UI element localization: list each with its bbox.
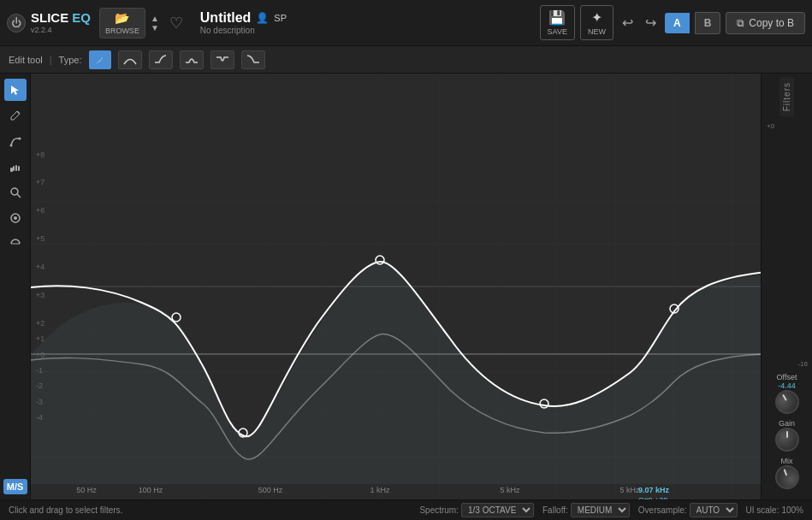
mix-knob[interactable] [772, 462, 803, 493]
cursor-tool-button[interactable] [4, 79, 27, 101]
svg-text:-2: -2 [36, 381, 43, 390]
oversample-control: Oversample: AUTO 2x 4x OFF [638, 503, 738, 517]
logo-slice: SLICE [31, 10, 68, 26]
preset-area: Untitled 👤 SP No description [193, 10, 535, 35]
svg-text:+7: +7 [36, 178, 44, 186]
tool-notch[interactable] [210, 50, 234, 69]
svg-text:+6: +6 [36, 206, 44, 215]
offset-knob[interactable] [770, 386, 803, 418]
save-label: SAVE [548, 27, 567, 36]
copy-icon: ⧉ [737, 17, 744, 29]
svg-point-9 [14, 216, 17, 220]
svg-point-0 [9, 145, 12, 147]
new-icon: ✦ [591, 9, 602, 26]
svg-text:+8: +8 [36, 151, 44, 159]
top-bar: ⏻ SLICE EQ v2.2.4 📂 BROWSE ▲ ▼ ♡ Untitle… [0, 0, 812, 46]
ab-b-button[interactable]: B [695, 12, 721, 34]
svg-text:1 kHz: 1 kHz [370, 486, 390, 494]
svg-text:+0: +0 [36, 351, 44, 359]
browse-label: BROWSE [105, 27, 139, 35]
line-tool-button[interactable] [4, 130, 27, 152]
oversample-select[interactable]: AUTO 2x 4x OFF [690, 503, 738, 517]
spectrum-label: Spectrum: [419, 505, 459, 515]
save-button[interactable]: 💾 SAVE [540, 5, 575, 40]
right-sidebar: Filters +0 -16 Offset -4.44 Gain Mix [761, 74, 812, 499]
offset-section: Offset -4.44 [763, 371, 810, 414]
svg-text:-4: -4 [36, 413, 43, 422]
zoom-tool-button[interactable] [4, 181, 27, 204]
redo-button[interactable]: ↪ [642, 11, 660, 34]
svg-point-1 [18, 138, 21, 140]
power-button[interactable]: ⏻ [7, 14, 26, 32]
eq-canvas[interactable]: +8 +7 +6 +5 +4 +3 +2 +1 +0 -1 -2 -3 -4 5… [31, 74, 761, 499]
hand-tool-button[interactable] [4, 156, 27, 178]
svg-rect-2 [13, 166, 15, 171]
ab-a-button[interactable]: A [665, 13, 690, 33]
separator: | [50, 55, 52, 65]
svg-text:C#9 +38: C#9 +38 [638, 496, 667, 499]
svg-text:5 kHz: 5 kHz [500, 486, 520, 494]
half-circle-tool-button[interactable] [4, 233, 27, 255]
new-button[interactable]: ✦ NEW [580, 5, 613, 40]
falloff-control: Falloff: MEDIUM SLOW FAST [542, 503, 630, 517]
gain-knob[interactable] [775, 428, 799, 452]
arrow-down-icon[interactable]: ▼ [151, 23, 159, 32]
db-plus0: +0 [767, 121, 807, 133]
offset-label: Offset [777, 373, 797, 381]
svg-rect-3 [15, 165, 17, 171]
oversample-label: Oversample: [638, 505, 687, 515]
svg-text:500 Hz: 500 Hz [258, 486, 283, 494]
ui-scale-control: UI scale: 100% [746, 505, 803, 515]
type-label: Type: [59, 55, 82, 65]
tool-shelf-lo[interactable] [241, 50, 265, 69]
offset-value: -4.44 [778, 381, 796, 390]
preset-name: Untitled [200, 10, 252, 26]
ui-scale-label: UI scale: [746, 505, 779, 515]
svg-rect-5 [10, 168, 13, 172]
spectrum-control: Spectrum: 1/3 OCTAVE 1/6 OCTAVE OFF [419, 503, 534, 517]
tool-bar: Edit tool | Type: ⟋ [0, 46, 812, 74]
arrow-up-icon[interactable]: ▲ [151, 14, 159, 23]
ui-scale-value: 100% [781, 505, 803, 515]
svg-text:+3: +3 [36, 291, 44, 299]
svg-text:+5: +5 [36, 234, 44, 243]
left-sidebar: M/S [0, 74, 31, 499]
gain-section: Gain [763, 417, 810, 452]
browse-button[interactable]: 📂 BROWSE [99, 8, 145, 38]
undo-button[interactable]: ↩ [619, 11, 637, 34]
copy-to-label: Copy to B [749, 17, 794, 29]
copy-to-button[interactable]: ⧉ Copy to B [726, 12, 805, 34]
browse-arrows: ▲ ▼ [151, 14, 159, 32]
svg-text:5 kHz: 5 kHz [619, 486, 640, 494]
svg-text:100 Hz: 100 Hz [139, 486, 163, 494]
svg-line-7 [17, 194, 21, 198]
svg-text:+2: +2 [36, 319, 44, 328]
tool-select[interactable]: ⟋ [89, 50, 111, 69]
gain-label: Gain [779, 419, 795, 428]
svg-text:-3: -3 [36, 398, 43, 406]
svg-text:50 Hz: 50 Hz [76, 486, 97, 494]
eq-node-1 [172, 313, 181, 322]
mix-label: Mix [781, 457, 793, 465]
svg-point-6 [11, 188, 18, 195]
pencil-tool-button[interactable] [4, 104, 27, 127]
new-label: NEW [588, 27, 606, 36]
tool-shelf-hi[interactable] [149, 50, 173, 69]
edit-tool-label: Edit tool [9, 55, 43, 65]
db-minus16: -16 [763, 360, 808, 368]
preset-description: No description [200, 26, 535, 35]
ms-button[interactable]: M/S [3, 479, 27, 494]
circle-tool-button[interactable] [4, 207, 27, 229]
tool-bandpass[interactable] [180, 50, 204, 69]
svg-text:+4: +4 [36, 263, 44, 271]
svg-text:+1: +1 [36, 334, 44, 343]
favorite-button[interactable]: ♡ [164, 11, 188, 35]
tool-bell[interactable] [118, 50, 142, 69]
spectrum-select[interactable]: 1/3 OCTAVE 1/6 OCTAVE OFF [461, 503, 534, 517]
save-icon: 💾 [548, 9, 566, 26]
falloff-select[interactable]: MEDIUM SLOW FAST [571, 503, 630, 517]
svg-text:9.07 kHz: 9.07 kHz [638, 486, 670, 494]
preset-user: SP [274, 13, 287, 23]
eq-area[interactable]: +8 +7 +6 +5 +4 +3 +2 +1 +0 -1 -2 -3 -4 5… [31, 74, 761, 499]
logo-eq: EQ [72, 10, 91, 26]
